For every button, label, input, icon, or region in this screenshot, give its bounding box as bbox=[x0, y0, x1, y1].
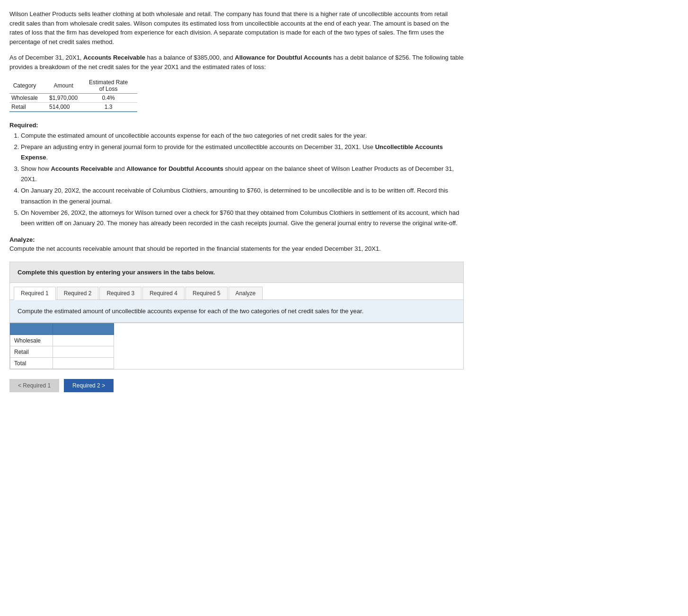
answer-table-header-value bbox=[53, 324, 114, 335]
ada-bold: Allowance for Doubtful Accounts bbox=[235, 54, 332, 61]
row-label-wholesale: Wholesale bbox=[10, 335, 53, 346]
analyze-section: Analyze: Compute the net accounts receiv… bbox=[9, 236, 464, 252]
intro-paragraph1: Wilson Leather Products sells leather cl… bbox=[9, 9, 464, 46]
tab-required4[interactable]: Required 4 bbox=[142, 287, 185, 299]
next-button[interactable]: Required 2 > bbox=[64, 379, 114, 392]
info-table: Category Amount Estimated Rateof Loss Wh… bbox=[9, 78, 137, 112]
row-label-retail: Retail bbox=[10, 346, 53, 358]
required-label: Required: bbox=[9, 122, 464, 129]
nav-buttons: < Required 1 Required 2 > bbox=[9, 379, 464, 392]
table-row: Wholesale $1,970,000 0.4% bbox=[9, 94, 137, 103]
tabs-header: Required 1 Required 2 Required 3 Require… bbox=[10, 283, 463, 300]
amount-wholesale: $1,970,000 bbox=[47, 94, 87, 103]
analyze-label: Analyze: bbox=[9, 236, 464, 243]
table-row: Retail bbox=[10, 346, 114, 358]
tab-required2[interactable]: Required 2 bbox=[57, 287, 99, 299]
tab-required5[interactable]: Required 5 bbox=[185, 287, 228, 299]
prev-arrow: < bbox=[18, 382, 21, 389]
tabs-container: Required 1 Required 2 Required 3 Require… bbox=[9, 282, 464, 324]
table-row: Total bbox=[10, 358, 114, 369]
table-row: Retail 514,000 1.3 bbox=[9, 103, 137, 112]
row-input-retail[interactable] bbox=[53, 346, 114, 358]
answer-table-wrapper: Wholesale Retail Total bbox=[9, 323, 464, 370]
tab-content: Compute the estimated amount of uncollec… bbox=[10, 300, 463, 323]
answer-table-header-label bbox=[10, 324, 53, 335]
category-retail: Retail bbox=[9, 103, 47, 112]
wholesale-input[interactable] bbox=[57, 337, 110, 344]
list-item: Prepare an adjusting entry in general jo… bbox=[21, 142, 464, 163]
rate-retail: 1.3 bbox=[87, 103, 137, 112]
complete-box: Complete this question by entering your … bbox=[9, 262, 464, 282]
tab-required1[interactable]: Required 1 bbox=[14, 287, 56, 300]
category-wholesale: Wholesale bbox=[9, 94, 47, 103]
ar-bold: Accounts Receivable bbox=[83, 54, 145, 61]
next-label: Required 2 bbox=[72, 382, 100, 389]
row-input-wholesale[interactable] bbox=[53, 335, 114, 346]
list-item: On January 20, 20X2, the account receiva… bbox=[21, 185, 464, 206]
table-row: Wholesale bbox=[10, 335, 114, 346]
list-item: Compute the estimated amount of uncollec… bbox=[21, 131, 464, 141]
col-rate: Estimated Rateof Loss bbox=[87, 78, 137, 94]
ada-bold2: Allowance for Doubtful Accounts bbox=[126, 165, 223, 172]
row-input-total[interactable] bbox=[53, 358, 114, 369]
ar-bold2: Accounts Receivable bbox=[51, 165, 113, 172]
total-input[interactable] bbox=[57, 360, 110, 367]
list-item: Show how Accounts Receivable and Allowan… bbox=[21, 164, 464, 185]
balance-paragraph: As of December 31, 20X1, Accounts Receiv… bbox=[9, 53, 464, 71]
analyze-text: Compute the net accounts receivable amou… bbox=[9, 245, 464, 252]
answer-table: Wholesale Retail Total bbox=[10, 323, 114, 369]
required-section: Required: Compute the estimated amount o… bbox=[9, 122, 464, 229]
tab-analyze[interactable]: Analyze bbox=[229, 287, 263, 299]
col-amount: Amount bbox=[47, 78, 87, 94]
retail-input[interactable] bbox=[57, 349, 110, 355]
complete-text: Complete this question by entering your … bbox=[18, 269, 456, 276]
col-category: Category bbox=[9, 78, 47, 94]
list-item: On November 26, 20X2, the attorneys for … bbox=[21, 208, 464, 229]
rate-wholesale: 0.4% bbox=[87, 94, 137, 103]
next-arrow: > bbox=[102, 382, 105, 389]
required-list: Compute the estimated amount of uncollec… bbox=[21, 131, 464, 229]
prev-label: Required 1 bbox=[23, 382, 51, 389]
row-label-total: Total bbox=[10, 358, 53, 369]
tab-required3[interactable]: Required 3 bbox=[99, 287, 141, 299]
prev-button[interactable]: < Required 1 bbox=[9, 379, 59, 392]
amount-retail: 514,000 bbox=[47, 103, 87, 112]
uae-bold: Uncollectible Accounts Expense bbox=[21, 143, 443, 161]
